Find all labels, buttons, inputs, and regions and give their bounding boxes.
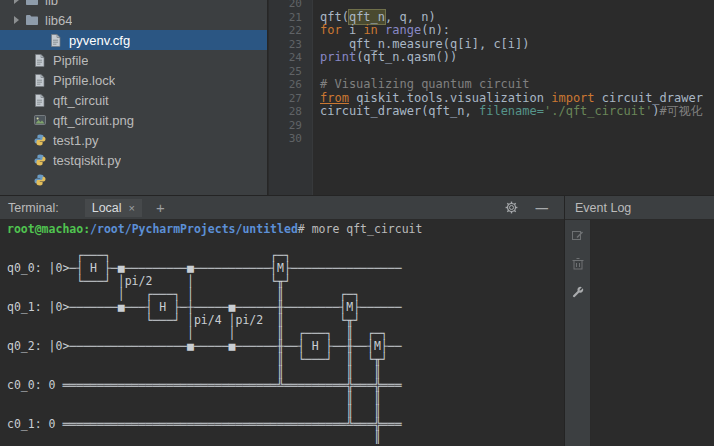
event-log-header: Event Log <box>565 196 714 220</box>
terminal-tab-label: Local <box>92 201 122 215</box>
chevron-right-icon[interactable] <box>14 16 19 24</box>
tree-item-label: lib64 <box>45 13 72 28</box>
code-line-24: 24print(qft_n.qasm()) <box>269 51 714 65</box>
terminal-panel: Terminal: Local × + — <box>0 195 564 446</box>
tree-item-qft-circuit[interactable]: qft_circuit <box>0 90 267 110</box>
tree-item-test1-py[interactable]: test1.py <box>0 130 267 150</box>
event-log-title: Event Log <box>575 201 631 215</box>
trash-icon[interactable] <box>572 257 584 270</box>
folder-icon <box>24 13 39 27</box>
mark-all-read-icon[interactable] <box>571 229 584 242</box>
terminal-header: Terminal: Local × + — <box>0 196 564 220</box>
code-line-30: 30 <box>269 132 714 146</box>
line-number: 26 <box>269 78 313 92</box>
line-number: 23 <box>269 38 313 52</box>
line-number: 25 <box>269 65 313 79</box>
tree-item-label: test1.py <box>53 133 99 148</box>
file-icon <box>32 53 47 67</box>
tree-item-label: testqiskit.py <box>53 153 121 168</box>
project-tree: liblib64pyvenv.cfgPipfilePipfile.lockqft… <box>0 0 267 190</box>
code-line-25: 25 <box>269 65 714 79</box>
image-icon <box>32 113 47 127</box>
code-line-29: 29 <box>269 119 714 133</box>
prompt-line: root@machao:/root/PycharmProjects/untitl… <box>7 223 564 236</box>
tree-item-label: lib <box>45 0 58 8</box>
editor-panel[interactable]: 2021qft(qft_n, q, n)22for i in range(n):… <box>269 0 714 195</box>
terminal-text-line: ║ <box>7 431 564 444</box>
tree-item-label: Pipfile <box>53 53 88 68</box>
tree-item-pipfile[interactable]: Pipfile <box>0 50 267 70</box>
tree-item-testqiskit-py[interactable]: testqiskit.py <box>0 150 267 170</box>
tree-item-pyvenv-cfg[interactable]: pyvenv.cfg <box>0 30 267 50</box>
code-line-21: 21qft(qft_n, q, n) <box>269 11 714 25</box>
code-line-26: 26# Visualizing quantum circuit <box>269 78 714 92</box>
close-tab-icon[interactable]: × <box>129 202 135 214</box>
tree-item-pipfile-lock[interactable]: Pipfile.lock <box>0 70 267 90</box>
code-line-22: 22for i in range(n): <box>269 24 714 38</box>
tree-item-label: qft_circuit <box>53 93 109 108</box>
python-icon <box>32 173 47 187</box>
circuit-art: ┌───┐ ┌─┐q0_0: |0>─┤ H ├─■─────────■────… <box>7 236 564 444</box>
file-icon <box>48 33 63 47</box>
tree-item-partial[interactable] <box>0 170 267 190</box>
gear-icon[interactable] <box>505 201 518 214</box>
project-tree-panel: liblib64pyvenv.cfgPipfilePipfile.lockqft… <box>0 0 268 195</box>
terminal-title: Terminal: <box>8 201 59 215</box>
file-icon <box>32 73 47 87</box>
line-number: 24 <box>269 51 313 65</box>
tree-item-label: pyvenv.cfg <box>69 33 130 48</box>
code-area[interactable]: 2021qft(qft_n, q, n)22for i in range(n):… <box>269 0 714 146</box>
line-number: 22 <box>269 24 313 38</box>
tree-item-label: qft_circuit.png <box>53 113 134 128</box>
line-number: 27 <box>269 92 313 106</box>
wrench-icon[interactable] <box>571 285 585 299</box>
code-line-27: 27from qiskit.tools.visualization import… <box>269 92 714 106</box>
terminal-output[interactable]: root@machao:/root/PycharmProjects/untitl… <box>0 220 564 444</box>
tree-item-qft-circuit-png[interactable]: qft_circuit.png <box>0 110 267 130</box>
line-number: 21 <box>269 11 313 25</box>
tree-item-lib64[interactable]: lib64 <box>0 10 267 30</box>
line-number: 20 <box>269 0 313 11</box>
pycharm-window: liblib64pyvenv.cfgPipfilePipfile.lockqft… <box>0 0 714 446</box>
minimize-icon[interactable]: — <box>536 201 549 215</box>
tree-item-lib[interactable]: lib <box>0 0 267 10</box>
tree-item-label: Pipfile.lock <box>53 73 115 88</box>
add-session-button[interactable]: + <box>156 199 165 216</box>
code-line-28: 28circuit_drawer(qft_n, filename='./qft_… <box>269 105 714 119</box>
line-number: 30 <box>269 132 313 146</box>
terminal-tab-local[interactable]: Local × <box>85 199 142 217</box>
event-log-panel: Event Log <box>564 195 714 446</box>
line-number: 28 <box>269 105 313 119</box>
folder-icon <box>24 0 39 7</box>
python-icon <box>32 133 47 147</box>
chevron-right-icon[interactable] <box>14 0 19 4</box>
python-icon <box>32 153 47 167</box>
file-icon <box>32 93 47 107</box>
line-number: 29 <box>269 119 313 133</box>
event-log-content <box>592 220 714 446</box>
event-log-toolbar <box>565 220 591 446</box>
code-line-23: 23 qft_n.measure(q[i], c[i]) <box>269 38 714 52</box>
